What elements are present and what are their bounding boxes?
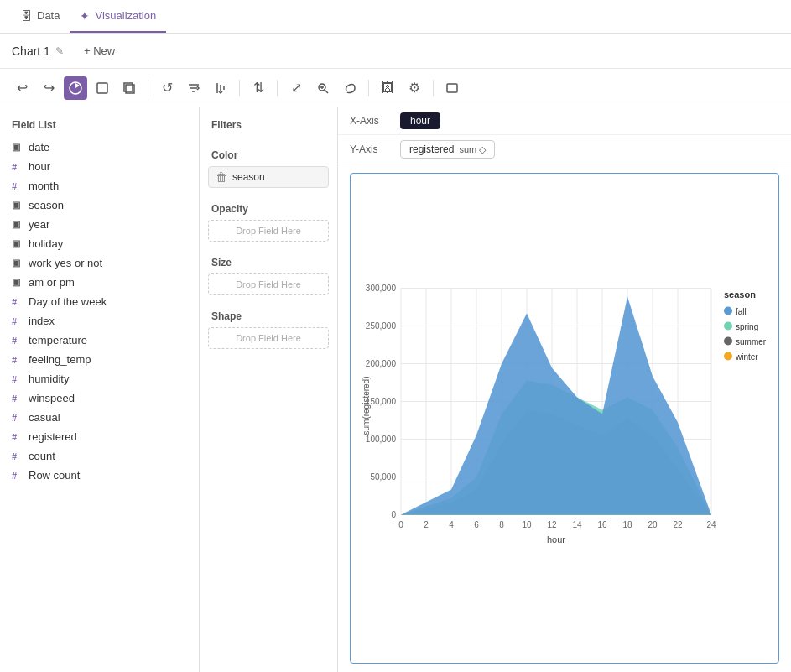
svg-text:6: 6 <box>474 520 479 529</box>
svg-text:300,000: 300,000 <box>366 284 397 293</box>
year-type-icon: ▣ <box>12 219 23 230</box>
field-date[interactable]: ▣ date <box>0 138 199 157</box>
season-type-icon: ▣ <box>12 200 23 211</box>
field-workday[interactable]: ▣ work yes or not <box>0 253 199 273</box>
field-holiday[interactable]: ▣ holiday <box>0 234 199 253</box>
chart-type-button[interactable] <box>64 76 87 100</box>
svg-point-60 <box>724 322 732 331</box>
svg-text:20: 20 <box>648 520 658 529</box>
opacity-section-label: Opacity <box>200 195 337 220</box>
field-winspeed-label: winspeed <box>29 392 75 404</box>
filter-rows-button[interactable] <box>182 76 206 100</box>
lasso-button[interactable] <box>338 76 362 100</box>
tab-visualization[interactable]: ✦ Visualization <box>70 0 166 33</box>
color-field-pill[interactable]: 🗑 season <box>208 166 329 188</box>
yaxis-pill[interactable]: registered sum ◇ <box>400 140 495 159</box>
new-chart-button[interactable]: + New <box>77 42 122 60</box>
zoom-custom-button[interactable] <box>311 76 335 100</box>
field-season[interactable]: ▣ season <box>0 195 199 215</box>
chart-titlebar: Chart 1 ✎ + New <box>0 34 791 69</box>
field-list-panel: Field List ▣ date # hour # month ▣ seaso… <box>0 107 200 672</box>
field-month[interactable]: # month <box>0 176 199 195</box>
color-pill-delete-icon[interactable]: 🗑 <box>216 170 227 184</box>
undo-button[interactable]: ↩ <box>10 76 34 100</box>
field-season-label: season <box>29 199 64 211</box>
svg-text:50,000: 50,000 <box>370 472 396 482</box>
data-tab-icon: 🗄 <box>20 9 32 23</box>
field-rowcount[interactable]: # Row count <box>0 466 199 485</box>
toolbar-divider-2 <box>239 80 240 96</box>
svg-text:hour: hour <box>547 534 565 544</box>
embed-button[interactable] <box>440 76 464 100</box>
humidity-type-icon: # <box>12 374 23 384</box>
rowcount-type-icon: # <box>12 471 23 481</box>
sort-button[interactable]: ⇅ <box>247 76 270 100</box>
settings-button[interactable]: ⚙ <box>403 76 426 100</box>
shape-section-label: Shape <box>200 302 337 327</box>
chart-title: Chart 1 ✎ <box>12 44 64 58</box>
field-hour[interactable]: # hour <box>0 157 199 176</box>
svg-text:8: 8 <box>499 520 504 529</box>
field-count[interactable]: # count <box>0 446 199 466</box>
refresh-button[interactable]: ↺ <box>155 76 179 100</box>
toolbar-divider-1 <box>148 80 148 96</box>
svg-text:12: 12 <box>547 520 557 529</box>
field-registered[interactable]: # registered <box>0 427 199 446</box>
top-tab-bar: 🗄 Data ✦ Visualization <box>0 0 791 34</box>
svg-text:24: 24 <box>706 520 716 529</box>
tab-data[interactable]: 🗄 Data <box>10 0 70 33</box>
size-section-label: Size <box>200 248 337 273</box>
svg-text:0: 0 <box>391 510 396 519</box>
filter-cols-button[interactable] <box>209 76 232 100</box>
field-index[interactable]: # index <box>0 311 199 331</box>
field-holiday-label: holiday <box>29 237 63 250</box>
field-registered-label: registered <box>29 430 77 443</box>
field-feeling-temp[interactable]: # feeling_temp <box>0 350 199 369</box>
svg-line-11 <box>325 90 328 93</box>
field-humidity[interactable]: # humidity <box>0 369 199 388</box>
edit-chart-title-icon[interactable]: ✎ <box>55 45 64 57</box>
xaxis-value: hour <box>410 115 430 127</box>
yaxis-label: Y-Axis <box>350 143 392 155</box>
svg-text:winter: winter <box>735 352 758 362</box>
ampm-type-icon: ▣ <box>12 277 23 288</box>
svg-text:18: 18 <box>622 520 632 529</box>
toolbar-divider-4 <box>368 80 369 96</box>
field-casual[interactable]: # casual <box>0 408 199 427</box>
field-ampm-label: am or pm <box>29 276 75 289</box>
redo-button[interactable]: ↪ <box>37 76 60 100</box>
field-hour-label: hour <box>29 160 50 173</box>
field-ampm[interactable]: ▣ am or pm <box>0 273 199 292</box>
layers-button[interactable] <box>117 76 141 100</box>
svg-text:10: 10 <box>522 520 532 529</box>
opacity-drop-zone[interactable]: Drop Field Here <box>208 220 329 242</box>
mark-type-button[interactable] <box>91 76 114 100</box>
svg-text:season: season <box>724 289 756 300</box>
field-count-label: count <box>29 450 55 462</box>
size-drop-zone[interactable]: Drop Field Here <box>208 273 329 295</box>
visualization-tab-icon: ✦ <box>80 9 90 23</box>
field-temperature[interactable]: # temperature <box>0 331 199 350</box>
field-winspeed[interactable]: # winspeed <box>0 388 199 408</box>
shape-drop-zone[interactable]: Drop Field Here <box>208 327 329 349</box>
field-index-label: index <box>29 315 55 327</box>
color-pill-value: season <box>232 171 265 183</box>
svg-text:4: 4 <box>449 520 454 529</box>
field-month-label: month <box>29 180 59 192</box>
field-dayofweek[interactable]: # Day of the week <box>0 292 199 311</box>
hour-type-icon: # <box>12 162 23 172</box>
yaxis-agg: sum ◇ <box>459 144 486 155</box>
field-year[interactable]: ▣ year <box>0 215 199 234</box>
zoom-fit-button[interactable]: ⤢ <box>284 76 308 100</box>
xaxis-pill[interactable]: hour <box>400 112 440 129</box>
field-temperature-label: temperature <box>29 334 87 346</box>
svg-point-58 <box>724 307 732 315</box>
image-button[interactable]: 🖼 <box>376 76 399 100</box>
svg-text:0: 0 <box>398 520 403 529</box>
xaxis-row: X-Axis hour <box>338 107 791 135</box>
filters-header: Filters <box>200 116 337 141</box>
field-dayofweek-label: Day of the week <box>29 295 107 308</box>
field-rowcount-label: Row count <box>29 469 80 482</box>
yaxis-row: Y-Axis registered sum ◇ <box>338 135 791 164</box>
field-casual-label: casual <box>29 411 60 424</box>
